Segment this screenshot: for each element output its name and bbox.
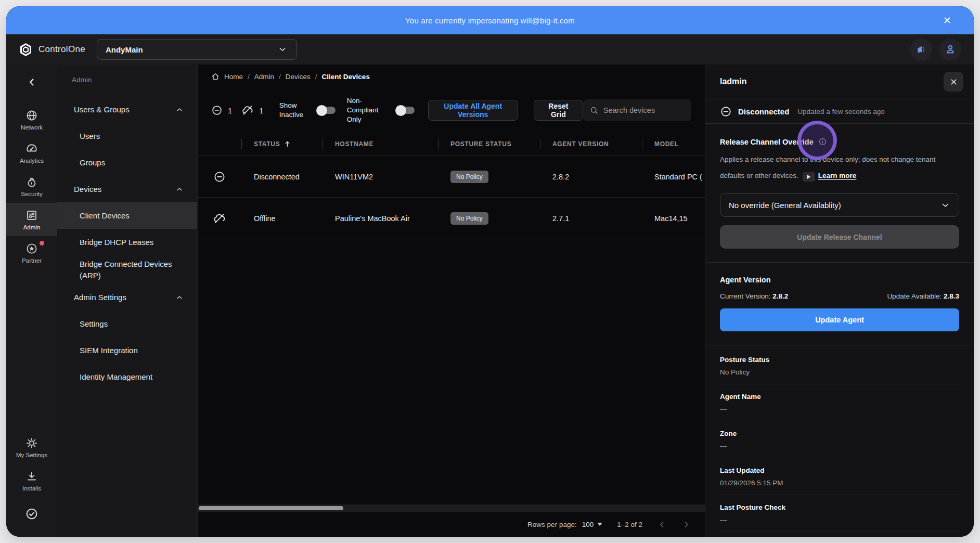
panel-close-button[interactable] [944,72,963,92]
column-header-status[interactable]: STATUS [241,132,323,156]
update-all-agents-button[interactable]: Update All Agent Versions [428,100,518,121]
rail-item-network[interactable]: Network [6,103,57,136]
cloud-off-icon [213,212,226,225]
learn-more-link[interactable]: Learn more [818,172,857,179]
rail-item-label: Admin [23,224,41,230]
rail-item-security[interactable]: Security [6,170,57,203]
pagination-range: 1–2 of 2 [617,521,642,528]
info-icon[interactable] [818,137,827,146]
column-label: AGENT VERSION [552,140,609,148]
breadcrumb-admin[interactable]: Admin [254,73,274,81]
status-check-button[interactable] [20,502,43,525]
tenant-select-value: AndyMain [106,45,143,54]
banner-close-button[interactable] [940,14,954,27]
nav-rail: Network Analytics Security [6,64,57,537]
column-header-posture-status[interactable]: POSTURE STATUS [438,132,540,156]
breadcrumb-home[interactable]: Home [224,73,243,81]
sidebar-item-client-devices[interactable]: Client Devices [57,202,197,229]
non-compliant-toggle[interactable] [397,107,415,114]
breadcrumb-devices[interactable]: Devices [286,73,311,81]
rail-item-label: My Settings [16,452,47,458]
status-updated-text: Updated a few seconds ago [797,108,884,115]
release-channel-title: Release Channel Override [720,138,814,146]
column-header-agent-version[interactable]: AGENT VERSION [540,132,642,156]
sidebar-item-bridge-dhcp-leases[interactable]: Bridge DHCP Leases [57,229,197,255]
sidebar-item-users-groups[interactable]: Users & Groups [57,96,197,123]
sidebar-item-bridge-connected-devices[interactable]: Bridge Connected Devices (ARP) [57,255,197,285]
non-compliant-label: Non-Compliant Only [347,96,391,125]
detail-label: Last Posture Check [720,503,959,511]
show-inactive-label: Show Inactive [279,101,312,120]
globe-icon [25,109,38,122]
cell-hostname: WIN11VM2 [323,156,438,197]
play-video-icon[interactable] [803,172,815,182]
sidebar-item-label: Identity Management [80,371,152,383]
sidebar-item-devices[interactable]: Devices [57,176,197,202]
header-actions [910,38,961,60]
column-header-hostname[interactable]: HOSTNAME [323,132,438,156]
next-page-button[interactable] [681,520,691,529]
sidebar-item-siem-integration[interactable]: SIEM Integration [57,338,197,364]
minus-circle-icon [211,105,223,116]
announcements-button[interactable] [910,38,932,60]
search-icon [589,106,599,115]
previous-page-button[interactable] [657,520,667,529]
rail-item-installs[interactable]: Installs [6,464,57,497]
release-channel-description: Applies a release channel to this device… [720,151,959,184]
rail-item-analytics[interactable]: Analytics [6,136,57,170]
rows-per-page-select[interactable]: 100 [582,521,603,528]
home-icon[interactable] [211,72,220,81]
sidebar-list: Users & Groups Users Groups Devices Clie… [57,96,197,391]
chevron-down-icon [278,45,287,54]
table-row[interactable]: Offline Pauline's MacBook Air No Policy … [198,198,705,239]
detail-value: --- [720,442,959,450]
detail-posture-status: Posture Status No Policy [720,347,959,384]
chevron-up-icon [175,293,184,302]
account-button[interactable] [939,38,961,60]
rail-item-admin[interactable]: Admin [6,203,57,236]
release-channel-select[interactable]: No override (General Availablity) [720,193,959,217]
search-devices-input[interactable] [603,106,676,114]
cell-agent-version: 2.7.1 [540,198,642,239]
rail-item-my-settings[interactable]: My Settings [6,431,57,464]
update-agent-button[interactable]: Update Agent [720,308,959,331]
sidebar-item-label: SIEM Integration [80,345,138,356]
brand: ControlOne [19,43,85,57]
sidebar-item-label: Users [80,131,100,142]
sidebar-item-settings[interactable]: Settings [57,311,197,338]
column-label: POSTURE STATUS [450,140,511,148]
breadcrumb-separator: / [248,73,250,81]
detail-zone: Zone --- [720,421,959,458]
detail-value: 01/29/2026 5:15 PM [720,479,959,487]
chevron-up-icon [175,185,184,193]
collapse-sidebar-button[interactable] [20,72,43,93]
rail-item-label: Installs [22,485,41,492]
column-header-icon [198,132,241,156]
sidebar-item-groups[interactable]: Groups [57,149,197,176]
scrollbar-thumb[interactable] [199,506,343,510]
star-circle-icon [25,242,38,255]
sidebar-item-users[interactable]: Users [57,123,197,149]
table-row[interactable]: Disconnected WIN11VM2 No Policy 2.8.2 St… [198,156,705,198]
update-release-channel-button[interactable]: Update Release Channel [720,225,959,249]
tenant-select[interactable]: AndyMain [97,39,297,60]
horizontal-scrollbar[interactable] [198,505,705,512]
notification-dot [40,241,44,245]
show-inactive-toggle[interactable] [318,107,336,114]
rail-item-partner[interactable]: Partner [6,236,57,269]
sidebar-item-label: Settings [80,318,108,330]
sidebar-item-label: Client Devices [80,210,130,222]
sidebar-item-label: Users & Groups [74,104,130,115]
sidebar-item-admin-settings[interactable]: Admin Settings [57,285,197,311]
column-header-model[interactable]: MODEL [642,132,705,156]
cell-agent-version: 2.8.2 [540,156,642,197]
cell-status: Offline [241,198,323,239]
reset-grid-button[interactable]: Reset Grid [534,100,583,121]
download-icon [25,470,38,483]
sidebar-item-label: Bridge DHCP Leases [80,237,153,248]
sidebar-item-identity-management[interactable]: Identity Management [57,364,197,391]
caret-down-icon [597,523,602,526]
close-icon [943,16,952,25]
sidebar-item-label: Bridge Connected Devices (ARP) [80,258,184,281]
offline-count: 1 [259,106,263,115]
